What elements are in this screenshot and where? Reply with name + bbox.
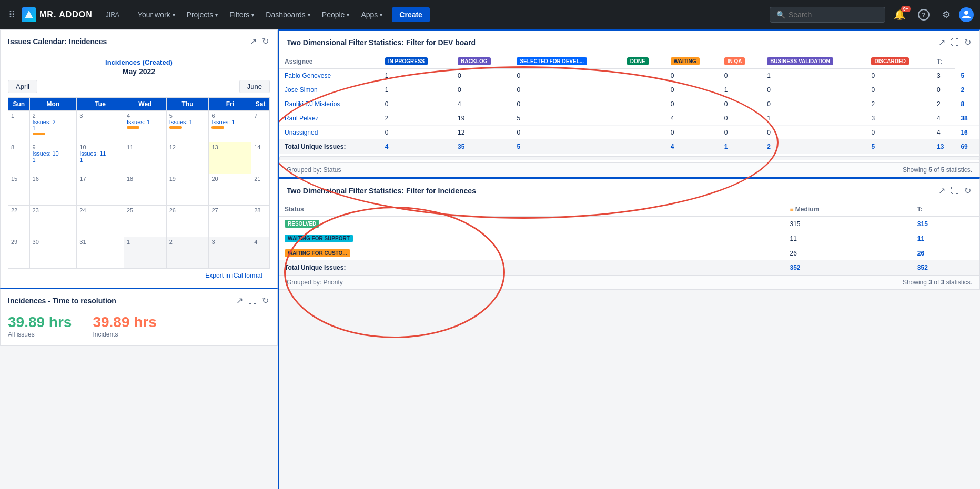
cell-value: 0 xyxy=(452,69,511,83)
totals-total: 352 xyxy=(912,261,979,275)
dev-board-table-area[interactable]: Assignee IN PROGRESS BACKLOG SELECTED FO… xyxy=(279,54,979,154)
dev-refresh-btn[interactable]: ↻ xyxy=(963,36,972,48)
dev-board-header: Two Dimensional Filter Statistics: Filte… xyxy=(279,31,979,54)
cell-value: 5 xyxy=(955,69,979,83)
calendar-cell: 19 xyxy=(166,174,209,206)
dev-fullscreen-btn[interactable]: ⛶ xyxy=(949,37,960,48)
col-in-qa: IN QA xyxy=(719,54,762,69)
calendar-cell: 14 xyxy=(251,142,270,174)
calendar-issue-link[interactable]: Issues: 1 xyxy=(127,119,164,125)
calendar-issue-link[interactable]: Issues: 1 xyxy=(211,119,248,125)
search-input[interactable] xyxy=(789,11,878,19)
table-row: Rauliki DJ Misterios040000228 xyxy=(279,97,979,111)
assignee-name: Raul Pelaez xyxy=(279,111,380,126)
dev-board-header-row: Assignee IN PROGRESS BACKLOG SELECTED FO… xyxy=(279,54,979,69)
calendar-issue-count-link[interactable]: 1 xyxy=(79,157,121,163)
calendar-month: May 2022 xyxy=(8,67,270,76)
next-month-button[interactable]: June xyxy=(239,80,270,93)
calendar-day-number: 8 xyxy=(11,144,27,150)
table-row: RESOLVED 315 315 xyxy=(279,217,979,231)
cal-header-wed: Wed xyxy=(124,98,167,111)
calendar-cell: 20 xyxy=(209,174,251,206)
cell-value: 0 xyxy=(380,126,452,140)
notifications-button[interactable]: 🔔 9+ xyxy=(890,7,910,23)
calendar-cell: 30 xyxy=(29,237,77,269)
calendar-issue-link[interactable]: Issues: 1 xyxy=(169,119,206,125)
calendar-issue-count-link[interactable]: 1 xyxy=(33,157,74,163)
resolution-expand-btn[interactable]: ↗ xyxy=(235,294,244,307)
calendar-issue-count-link[interactable]: 1 xyxy=(33,125,74,131)
totals-row: Total Unique Issues: 352 352 xyxy=(279,261,979,275)
cell-value: 0 xyxy=(866,83,932,97)
horizontal-scrollbar[interactable] xyxy=(279,156,979,160)
calendar-cell: 16 xyxy=(29,174,77,206)
help-button[interactable]: ? xyxy=(914,7,934,23)
calendar-day-number: 5 xyxy=(169,113,206,119)
calendar-day-number: 3 xyxy=(211,239,248,245)
nav-dashboards[interactable]: Dashboards ▾ xyxy=(260,7,316,22)
cell-value: 0 xyxy=(762,83,866,97)
incidences-expand-btn[interactable]: ↗ xyxy=(937,185,946,197)
cell-value: 4 xyxy=(452,97,511,111)
table-row: WAITING FOR SUPPORT 11 11 xyxy=(279,231,979,246)
dev-expand-btn[interactable]: ↗ xyxy=(937,36,946,48)
grid-icon[interactable]: ⠿ xyxy=(6,7,17,23)
calendar-cell: 4Issues: 1 xyxy=(124,111,167,142)
calendar-issue-link[interactable]: Issues: 2 xyxy=(33,119,74,125)
resolution-widget: Incidences - Time to resolution ↗ ⛶ ↻ 39… xyxy=(0,289,278,346)
calendar-day-number: 15 xyxy=(11,176,27,182)
total-resolved: 315 xyxy=(912,217,979,231)
calendar-day-number: 6 xyxy=(211,113,248,119)
calendar-day-number: 30 xyxy=(33,239,74,245)
create-button[interactable]: Create xyxy=(392,7,430,22)
calendar-refresh-btn[interactable]: ↻ xyxy=(261,35,270,47)
dev-board-controls: ↗ ⛶ ↻ xyxy=(937,36,972,48)
logo[interactable]: MR. ADDON xyxy=(22,7,93,22)
search-icon: 🔍 xyxy=(776,11,785,19)
settings-button[interactable]: ⚙ xyxy=(938,7,955,23)
nav-your-work[interactable]: Your work ▾ xyxy=(133,7,180,22)
calendar-day-number: 21 xyxy=(254,176,267,182)
cell-value: 0 xyxy=(511,83,621,97)
incidences-refresh-btn[interactable]: ↻ xyxy=(963,185,972,197)
calendar-cell: 13 xyxy=(209,142,251,174)
nav-filters[interactable]: Filters ▾ xyxy=(224,7,259,22)
status-waiting-support: WAITING FOR SUPPORT xyxy=(279,231,785,246)
calendar-day-number: 12 xyxy=(169,144,206,150)
col-done: DONE xyxy=(622,54,665,69)
resolution-fullscreen-btn[interactable]: ⛶ xyxy=(247,295,258,307)
incidences-title: Two Dimensional Filter Statistics: Filte… xyxy=(287,187,476,195)
cell-value: 0 xyxy=(719,69,762,83)
cal-header-sun: Sun xyxy=(8,98,30,111)
calendar-cell: 22 xyxy=(8,206,30,237)
incidences-grouped-by: Grouped by: Priority xyxy=(287,279,343,286)
nav-people[interactable]: People ▾ xyxy=(317,7,355,22)
prev-month-button[interactable]: April xyxy=(8,80,37,93)
export-link[interactable]: Export in iCal format xyxy=(8,269,270,282)
cell-value xyxy=(622,97,665,111)
cell-value: 1 xyxy=(719,83,762,97)
col-total-inc: T: xyxy=(912,202,979,217)
stat-all-issues-label: All issues xyxy=(8,331,72,338)
calendar-issue-link[interactable]: Issues: 10 xyxy=(33,150,74,157)
cal-header-fri: Fri xyxy=(209,98,251,111)
cal-header-sat: Sat xyxy=(251,98,270,111)
resolution-refresh-btn[interactable]: ↻ xyxy=(261,294,270,307)
incidences-fullscreen-btn[interactable]: ⛶ xyxy=(949,185,960,197)
nav-apps[interactable]: Apps ▾ xyxy=(356,7,388,22)
calendar-bar xyxy=(211,126,224,129)
calendar-cell: 24 xyxy=(77,206,124,237)
medium-waiting-support: 11 xyxy=(785,231,912,246)
cell-value: 0 xyxy=(866,126,932,140)
nav-projects[interactable]: Projects ▾ xyxy=(181,7,224,22)
cell-value: 4 xyxy=(932,111,955,126)
avatar[interactable] xyxy=(959,7,974,22)
calendar-issue-link[interactable]: Issues: 11 xyxy=(79,150,121,157)
calendar-cell: 28 xyxy=(251,206,270,237)
search-box[interactable]: 🔍 xyxy=(770,7,885,23)
totals-value: 4 xyxy=(665,140,719,154)
calendar-cell: 26 xyxy=(166,206,209,237)
calendar-expand-btn[interactable]: ↗ xyxy=(249,35,258,47)
calendar-day-number: 18 xyxy=(127,176,164,182)
topnav-nav: Your work ▾ Projects ▾ Filters ▾ Dashboa… xyxy=(133,7,388,22)
